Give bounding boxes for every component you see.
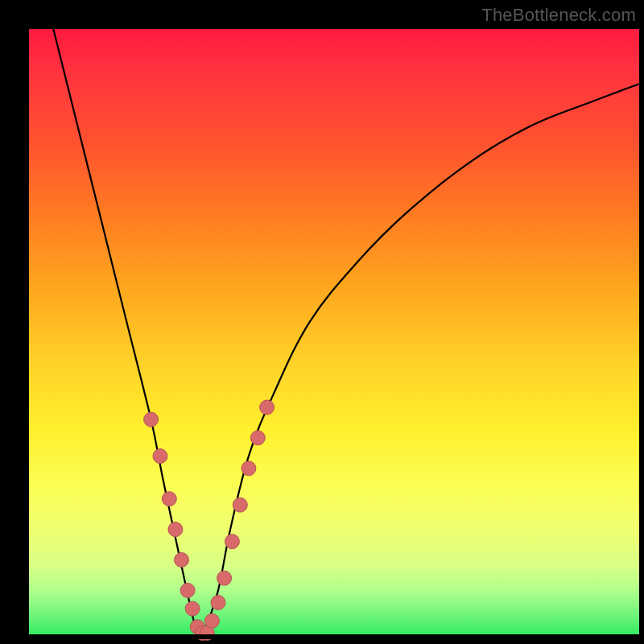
watermark-label: TheBottleneck.com — [481, 5, 636, 26]
bottleneck-curve — [53, 29, 639, 639]
highlight-dot — [180, 583, 195, 597]
highlight-dot — [162, 492, 176, 506]
highlight-dot — [153, 449, 167, 464]
highlight-dot — [242, 461, 256, 476]
highlighted-points-group — [144, 400, 275, 640]
plot-area — [29, 29, 639, 639]
chart-frame: TheBottleneck.com — [0, 0, 644, 644]
highlight-dot — [260, 400, 275, 415]
highlight-dot — [211, 596, 225, 610]
highlight-dot — [144, 412, 159, 427]
highlight-dot — [233, 497, 247, 512]
highlight-dot — [225, 535, 239, 549]
highlight-dot — [185, 601, 200, 616]
highlight-dot — [217, 571, 232, 585]
highlight-dot — [250, 431, 265, 445]
highlight-dot — [168, 522, 183, 537]
chart-svg — [29, 29, 639, 639]
highlight-dot — [204, 613, 219, 628]
bottom-strip — [29, 634, 639, 639]
highlight-dot — [175, 553, 189, 568]
